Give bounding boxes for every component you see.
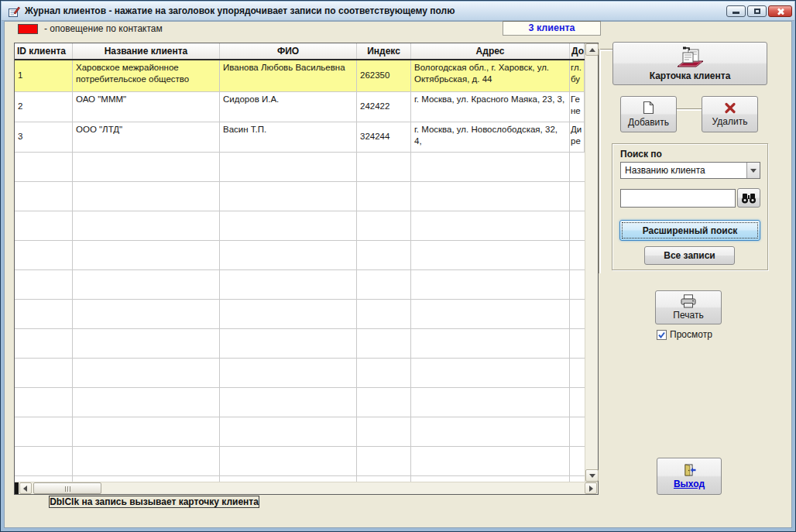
- exit-button[interactable]: Выход: [657, 458, 722, 495]
- cell-address[interactable]: Вологодская обл., г. Харовск, ул. Октябр…: [411, 60, 570, 91]
- panel-divider: [599, 49, 601, 273]
- add-button[interactable]: Добавить: [620, 96, 677, 132]
- client-count-badge: 3 клиента: [503, 21, 601, 36]
- contact-alert-swatch: [18, 24, 38, 34]
- title-bar[interactable]: Журнал клиентов - нажатие на заголовок у…: [2, 2, 794, 21]
- arrow-right-icon: [589, 486, 593, 492]
- minimize-icon: [733, 12, 739, 14]
- cell-position[interactable]: гл. бу: [570, 60, 585, 91]
- printer-icon: [680, 294, 697, 308]
- table-row[interactable]: 3 ООО "ЛТД" Васин Т.П. 324244 г. Москва,…: [15, 122, 585, 153]
- scroll-right-button[interactable]: [585, 482, 597, 494]
- cell-id[interactable]: 1: [15, 60, 73, 91]
- all-records-button[interactable]: Все записи: [644, 246, 735, 265]
- cell-id[interactable]: 2: [15, 92, 73, 122]
- horizontal-scrollbar[interactable]: [15, 482, 598, 494]
- exit-label: Выход: [674, 479, 705, 489]
- contact-alert-label: - оповещение по контактам: [44, 23, 163, 34]
- column-header-id[interactable]: ID клиента: [15, 43, 73, 59]
- scroll-left-button[interactable]: [19, 482, 32, 494]
- dblclick-hint: DblClk на запись вызывает карточку клиен…: [49, 496, 259, 508]
- cell-fio[interactable]: Иванова Любовь Васильевна: [220, 60, 357, 91]
- maximize-button[interactable]: [747, 5, 767, 17]
- empty-grid-rows: [15, 153, 585, 482]
- cell-index[interactable]: 242422: [357, 92, 411, 122]
- cell-index[interactable]: 324244: [357, 122, 411, 152]
- preview-checkbox[interactable]: [657, 330, 667, 340]
- print-label: Печать: [673, 310, 703, 321]
- maximize-icon: [754, 9, 760, 14]
- advanced-search-label: Расширенный поиск: [643, 225, 738, 236]
- minimize-button[interactable]: [726, 5, 746, 17]
- table-body: 1 Харовское межрайонное потребительское …: [15, 60, 585, 482]
- column-header-address[interactable]: Адрес: [411, 43, 570, 59]
- column-header-name[interactable]: Название клиента: [73, 43, 220, 59]
- client-card-label: Карточка клиента: [650, 70, 731, 81]
- preview-check-row: Просмотр: [657, 329, 712, 340]
- combobox-value: Названию клиента: [625, 165, 705, 176]
- app-icon: [7, 5, 21, 19]
- column-header-index[interactable]: Индекс: [357, 43, 411, 59]
- cell-address[interactable]: г. Москва, ул. Красного Маяка, 23, 3,: [411, 92, 570, 122]
- search-field-combobox[interactable]: Названию клиента: [620, 162, 760, 179]
- arrow-down-icon: [589, 474, 595, 478]
- cell-id[interactable]: 3: [15, 122, 73, 152]
- cell-address[interactable]: г. Москва, ул. Новослободская, 32, 4,: [411, 122, 570, 152]
- binoculars-icon: [741, 193, 757, 204]
- table-header-row: ID клиента Название клиента ФИО Индекс А…: [15, 43, 585, 60]
- vertical-scrollbar[interactable]: [585, 43, 598, 482]
- cell-position[interactable]: Ди ре: [570, 122, 585, 152]
- window-title: Журнал клиентов - нажатие на заголовок у…: [25, 5, 455, 16]
- clients-table: ID клиента Название клиента ФИО Индекс А…: [14, 43, 599, 495]
- red-x-icon: [724, 102, 736, 114]
- client-card-button[interactable]: Карточка клиента: [612, 42, 767, 85]
- search-input[interactable]: [620, 189, 736, 208]
- all-records-label: Все записи: [664, 250, 715, 261]
- search-by-label: Поиск по: [620, 149, 662, 160]
- horizontal-scroll-thumb[interactable]: [33, 482, 101, 494]
- check-icon: [657, 331, 666, 339]
- chevron-down-icon: [750, 169, 757, 173]
- table-row[interactable]: 2 ОАО "МММ" Сидоров И.А. 242422 г. Москв…: [15, 92, 585, 122]
- column-header-position[interactable]: Дол: [570, 43, 585, 59]
- advanced-search-button[interactable]: Расширенный поиск: [619, 220, 760, 241]
- panel-bevel-mid: [677, 109, 702, 111]
- card-file-icon: [676, 46, 704, 69]
- panel-bevel-top: [600, 50, 612, 51]
- close-button[interactable]: [768, 5, 792, 17]
- combobox-dropdown-button[interactable]: [746, 163, 760, 178]
- find-button[interactable]: [737, 188, 760, 208]
- app-window: Журнал клиентов - нажатие на заголовок у…: [0, 0, 796, 532]
- grid-indicator-notch: [15, 482, 19, 494]
- preview-label: Просмотр: [670, 329, 712, 340]
- arrow-left-icon: [23, 486, 27, 492]
- cell-index[interactable]: 262350: [357, 60, 411, 91]
- print-button[interactable]: Печать: [655, 290, 722, 324]
- cell-name[interactable]: Харовское межрайонное потребительское об…: [73, 60, 220, 91]
- cell-name[interactable]: ОАО "МММ": [73, 92, 220, 122]
- scroll-down-button[interactable]: [585, 469, 599, 482]
- add-label: Добавить: [628, 117, 669, 128]
- cell-name[interactable]: ООО "ЛТД": [73, 122, 220, 152]
- cell-fio[interactable]: Васин Т.П.: [220, 122, 357, 152]
- thumb-grip: [67, 486, 68, 492]
- delete-label: Удалить: [712, 116, 748, 127]
- new-page-icon: [643, 101, 654, 115]
- door-exit-icon: [682, 463, 697, 477]
- cell-position[interactable]: Ге не: [570, 92, 585, 122]
- arrow-up-icon: [589, 48, 595, 52]
- delete-button[interactable]: Удалить: [702, 96, 758, 132]
- cell-fio[interactable]: Сидоров И.А.: [220, 92, 357, 122]
- scroll-up-button[interactable]: [585, 43, 599, 56]
- table-row-selected[interactable]: 1 Харовское межрайонное потребительское …: [15, 60, 585, 92]
- column-header-fio[interactable]: ФИО: [220, 43, 357, 59]
